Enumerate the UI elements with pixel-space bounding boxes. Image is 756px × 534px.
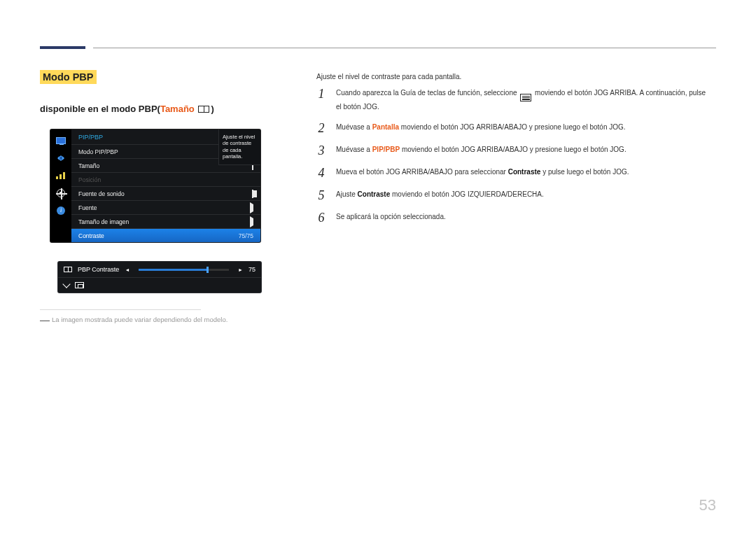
- step-body: Se aplicará la opción seleccionada.: [336, 211, 446, 222]
- step-body: Mueva el botón JOG ARRIBA/ABAJO para sel…: [336, 167, 629, 177]
- step-number: 6: [316, 211, 326, 224]
- osd-row-contrast[interactable]: Contraste 75/75: [71, 228, 260, 242]
- pip-nav-icon[interactable]: [55, 153, 67, 163]
- osd-label: Modo PIP/PBP: [78, 148, 118, 155]
- section-subtitle: disponible en el modo PBP(Tamaño ): [40, 104, 306, 114]
- subtitle-prefix: disponible en el modo PBP(: [40, 104, 160, 114]
- osd-row-sound-source[interactable]: Fuente de sonido: [71, 186, 260, 200]
- gear-icon[interactable]: [55, 188, 67, 198]
- contrast-slider-panel: PBP Contraste ◄ ► 75: [58, 262, 261, 293]
- subtitle-suffix: ): [211, 104, 214, 114]
- header-rule: [93, 48, 716, 48]
- step-text: moviendo el botón JOG ARRIBA/ABAJO y pre…: [399, 123, 626, 131]
- step-orange: PIP/PBP: [372, 146, 400, 153]
- step-body: Cuando aparezca la Guía de teclas de fun…: [336, 87, 707, 112]
- step-2: 2 Muévase a Pantalla moviendo el botón J…: [316, 122, 707, 134]
- step-6: 6 Se aplicará la opción seleccionada.: [316, 211, 707, 224]
- contrast-slider[interactable]: [139, 269, 229, 271]
- osd-label: Fuente de sonido: [78, 190, 125, 197]
- step-number: 1: [316, 87, 326, 100]
- monitor-icon[interactable]: [55, 136, 67, 146]
- page-number: 53: [699, 496, 716, 514]
- step-5: 5 Ajuste Contraste moviendo el botón JOG…: [316, 189, 707, 202]
- slider-label: PBP Contraste: [78, 266, 119, 273]
- step-text: moviendo el botón JOG IZQUIERDA/DERECHA.: [390, 190, 544, 198]
- step-text: Muévase a: [336, 123, 372, 131]
- osd-row-source[interactable]: Fuente: [71, 200, 260, 214]
- step-number: 5: [316, 189, 326, 202]
- bars-icon[interactable]: [55, 171, 67, 181]
- footnote-text: La imagen mostrada puede variar dependie…: [52, 316, 227, 323]
- osd-label: Fuente: [78, 204, 97, 211]
- step-number: 2: [316, 122, 326, 134]
- step-text: Ajuste: [336, 190, 358, 198]
- step-body: Muévase a PIP/PBP moviendo el botón JOG …: [336, 144, 626, 155]
- step-text: Mueva el botón JOG ARRIBA/ABAJO para sel…: [336, 168, 508, 176]
- osd-value: 75/75: [239, 232, 253, 239]
- step-text: Muévase a: [336, 146, 372, 153]
- chevron-right-icon: [250, 218, 253, 225]
- arrow-left-icon[interactable]: ◄: [125, 267, 130, 272]
- osd-row-position: Posición: [71, 172, 260, 186]
- pbp-split-icon: [64, 267, 72, 272]
- footnote: ―La imagen mostrada puede variar dependi…: [40, 314, 306, 325]
- osd-label: Tamaño de imagen: [78, 218, 129, 225]
- osd-main-panel: PIP/PBP Modo PIP/PBP Act. Tamaño Posició…: [71, 129, 260, 242]
- pip-half-icon: [252, 190, 253, 197]
- divider: [40, 309, 201, 310]
- step-text: moviendo el botón JOG ARRIBA/ABAJO y pre…: [400, 146, 626, 153]
- step-3: 3 Muévase a PIP/PBP moviendo el botón JO…: [316, 144, 707, 157]
- subtitle-orange: Tamaño: [160, 104, 195, 114]
- step-4: 4 Mueva el botón JOG ARRIBA/ABAJO para s…: [316, 167, 707, 179]
- step-text: Se aplicará la opción seleccionada.: [336, 213, 446, 220]
- slider-value: 75: [248, 266, 255, 273]
- chevron-right-icon: [250, 204, 253, 211]
- menu-icon: [520, 94, 531, 101]
- osd-label: Tamaño: [78, 162, 99, 169]
- osd-label: Posición: [78, 176, 101, 183]
- pbp-split-icon: [198, 106, 209, 113]
- osd-menu: i PIP/PBP Modo PIP/PBP Act. Tamaño Posic…: [50, 129, 260, 242]
- arrow-right-icon[interactable]: ►: [238, 267, 243, 272]
- intro-text: Ajuste el nivel de contraste para cada p…: [316, 73, 707, 80]
- step-1: 1 Cuando aparezca la Guía de teclas de f…: [316, 87, 707, 112]
- step-body: Muévase a Pantalla moviendo el botón JOG…: [336, 122, 626, 132]
- info-icon[interactable]: i: [55, 206, 67, 216]
- osd-row-image-size[interactable]: Tamaño de imagen: [71, 214, 260, 228]
- step-orange: Pantalla: [372, 123, 399, 131]
- section-title: Modo PBP: [40, 70, 97, 84]
- osd-description: Ajuste el nivel de contraste de cada pan…: [218, 129, 260, 165]
- chevron-down-icon[interactable]: [62, 280, 70, 288]
- osd-nav-rail: i: [50, 129, 71, 242]
- step-text: Cuando aparezca la Guía de teclas de fun…: [336, 89, 519, 97]
- header-accent-rule: [40, 46, 85, 49]
- step-number: 4: [316, 167, 326, 179]
- step-bold: Contraste: [508, 168, 541, 176]
- step-number: 3: [316, 144, 326, 157]
- return-icon[interactable]: [75, 282, 84, 288]
- step-body: Ajuste Contraste moviendo el botón JOG I…: [336, 189, 544, 199]
- step-text: y pulse luego el botón JOG.: [540, 168, 629, 176]
- osd-label: Contraste: [78, 232, 104, 239]
- step-bold: Contraste: [358, 190, 391, 198]
